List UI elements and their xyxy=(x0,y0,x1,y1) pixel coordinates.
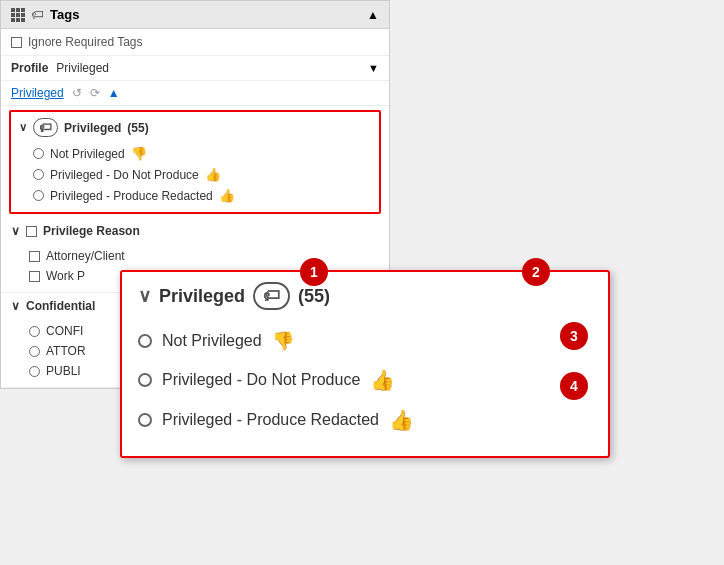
popup-chevron: ∨ xyxy=(138,285,151,307)
profile-dropdown-arrow[interactable]: ▼ xyxy=(368,62,379,74)
sync-icon: ↺ xyxy=(72,86,82,100)
work-product-label: Work P xyxy=(46,269,85,283)
confidential-chevron: ∨ xyxy=(11,299,20,313)
grid-icon xyxy=(11,8,25,22)
ai-icon-sm: 🏷 xyxy=(33,118,58,137)
badge-4: 4 xyxy=(560,372,588,400)
attor-radio[interactable] xyxy=(29,346,40,357)
tag-icon: 🏷 xyxy=(31,7,44,22)
produce-redacted-item[interactable]: Privileged - Produce Redacted 👍 xyxy=(33,185,379,206)
do-not-produce-label: Privileged - Do Not Produce xyxy=(50,168,199,182)
thumb-up-icon-1: 👍 xyxy=(205,167,221,182)
privilege-reason-checkbox[interactable] xyxy=(26,226,37,237)
privileged-section-title: Privileged xyxy=(64,121,121,135)
not-privileged-item[interactable]: Not Privileged 👎 xyxy=(33,143,379,164)
popup-produce-redacted-item[interactable]: Privileged - Produce Redacted 👍 xyxy=(138,400,592,440)
badge-1: 1 xyxy=(300,258,328,286)
link-icon: ⟳ xyxy=(90,86,100,100)
confi-label: CONFI xyxy=(46,324,83,338)
popup-count: (55) xyxy=(298,286,330,307)
ignore-checkbox[interactable] xyxy=(11,37,22,48)
privileged-row-collapse[interactable]: ▲ xyxy=(108,86,120,100)
privileged-chevron: ∨ xyxy=(19,121,27,134)
work-product-checkbox[interactable] xyxy=(29,271,40,282)
collapse-arrow[interactable]: ▲ xyxy=(367,8,379,22)
profile-row: Profile Privileged ▼ xyxy=(1,56,389,81)
privileged-section-body: Not Privileged 👎 Privileged - Do Not Pro… xyxy=(11,141,379,208)
panel-header: 🏷 Tags ▲ xyxy=(1,1,389,29)
popup-do-not-produce-label: Privileged - Do Not Produce xyxy=(162,371,360,389)
panel-header-left: 🏷 Tags xyxy=(11,7,79,22)
thumb-up-icon-2: 👍 xyxy=(219,188,235,203)
do-not-produce-item[interactable]: Privileged - Do Not Produce 👍 xyxy=(33,164,379,185)
popup-thumb-up-icon-1: 👍 xyxy=(370,368,395,392)
privilege-reason-header[interactable]: ∨ Privilege Reason xyxy=(1,218,389,244)
produce-redacted-label: Privileged - Produce Redacted xyxy=(50,189,213,203)
panel-title: Tags xyxy=(50,7,79,22)
attor-label: ATTOR xyxy=(46,344,86,358)
profile-value: Privileged xyxy=(56,61,360,75)
attorney-client-item[interactable]: Attorney/Client xyxy=(29,246,389,266)
popup-title: Privileged xyxy=(159,286,245,307)
not-privileged-label: Not Privileged xyxy=(50,147,125,161)
badge-2: 2 xyxy=(522,258,550,286)
popup-do-not-produce-item[interactable]: Privileged - Do Not Produce 👍 4 xyxy=(138,360,592,400)
confidential-title: Confidential xyxy=(26,299,95,313)
popup-thumb-up-icon-2: 👍 xyxy=(389,408,414,432)
not-privileged-radio[interactable] xyxy=(33,148,44,159)
do-not-produce-radio[interactable] xyxy=(33,169,44,180)
privileged-section-count: (55) xyxy=(127,121,148,135)
popup-do-not-produce-radio[interactable] xyxy=(138,373,152,387)
privilege-reason-title: Privilege Reason xyxy=(43,224,140,238)
popup-ai-icon: 🏷 xyxy=(253,282,290,310)
popup-produce-redacted-label: Privileged - Produce Redacted xyxy=(162,411,379,429)
produce-redacted-radio[interactable] xyxy=(33,190,44,201)
attorney-client-label: Attorney/Client xyxy=(46,249,125,263)
popup-not-privileged-label: Not Privileged xyxy=(162,332,262,350)
popup-produce-redacted-radio[interactable] xyxy=(138,413,152,427)
ignore-required-row[interactable]: Ignore Required Tags xyxy=(1,29,389,56)
popup-thumb-down-icon: 👎 xyxy=(272,330,294,352)
popup-not-privileged-radio[interactable] xyxy=(138,334,152,348)
popup-overlay: 1 2 ∨ Privileged 🏷 (55) Not Privileged 👎… xyxy=(120,270,610,458)
profile-label: Profile xyxy=(11,61,48,75)
privileged-link-text: Privileged xyxy=(11,86,64,100)
badge-3: 3 xyxy=(560,322,588,350)
privileged-section-header[interactable]: ∨ 🏷 Privileged (55) xyxy=(11,114,379,141)
privileged-section-highlighted: ∨ 🏷 Privileged (55) Not Privileged 👎 Pri… xyxy=(9,110,381,214)
ignore-label: Ignore Required Tags xyxy=(28,35,143,49)
attorney-client-checkbox[interactable] xyxy=(29,251,40,262)
privilege-reason-chevron: ∨ xyxy=(11,224,20,238)
confi-radio[interactable] xyxy=(29,326,40,337)
popup-header: ∨ Privileged 🏷 (55) xyxy=(138,282,592,310)
publi-label: PUBLI xyxy=(46,364,81,378)
thumb-down-icon-1: 👎 xyxy=(131,146,147,161)
privileged-link-row[interactable]: Privileged ↺ ⟳ ▲ xyxy=(1,81,389,106)
popup-not-privileged-item[interactable]: Not Privileged 👎 3 xyxy=(138,322,592,360)
publi-radio[interactable] xyxy=(29,366,40,377)
